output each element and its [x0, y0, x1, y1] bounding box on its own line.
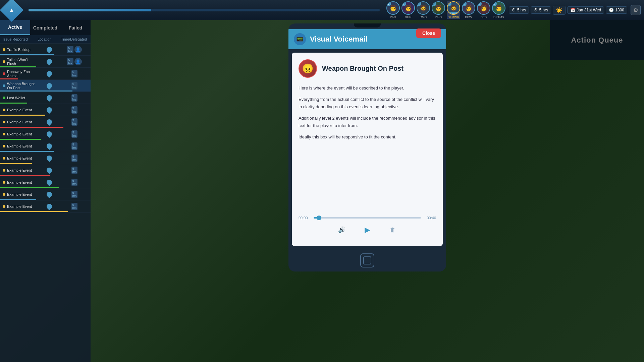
- issue-progress-bar: [0, 211, 68, 212]
- message-content: 😠 Weapon Brought On Post Here is where t…: [292, 53, 443, 246]
- issue-time: 5hrs 👤: [61, 58, 88, 65]
- issue-item[interactable]: Example Event 5hrs: [0, 140, 91, 152]
- logo[interactable]: ▲: [0, 0, 23, 22]
- issue-name: Example Event: [3, 192, 38, 196]
- issue-location: [38, 95, 61, 101]
- issue-dot: [3, 145, 5, 147]
- issue-item[interactable]: Example Event 5hrs: [0, 104, 91, 116]
- clock-icon-2: ⏱: [534, 8, 538, 12]
- issue-time: 5hrs: [61, 142, 88, 150]
- avatar-emoji-pao: 👨: [389, 4, 397, 12]
- tab-active[interactable]: Active: [0, 20, 30, 35]
- message-paragraph: Ideally this box will be responsive to f…: [299, 133, 436, 141]
- issue-progress-bar: [0, 90, 72, 92]
- avatar-small: 👤: [74, 58, 82, 65]
- issue-item[interactable]: Traffic Buildup 5hrs 👤: [0, 44, 91, 56]
- issue-dot: [3, 169, 5, 172]
- staff-avatar-dptms[interactable]: i 👨 DPTMS: [492, 1, 505, 19]
- time-end: 00:40: [424, 216, 436, 220]
- avatar-emoji-des: 👩: [480, 4, 487, 12]
- location-pin-icon: [46, 70, 53, 77]
- play-button[interactable]: ▶: [361, 224, 373, 236]
- issue-progress-bar: [0, 115, 45, 116]
- timeline-thumb: [317, 216, 321, 220]
- issue-location: [38, 204, 61, 209]
- trash-icon: 🗑: [390, 227, 396, 234]
- gear-icon: ⚙: [633, 7, 638, 13]
- issue-dot: [3, 72, 5, 75]
- staff-avatar-des[interactable]: i 👩 DES: [477, 1, 490, 19]
- avatar-label-dfmwr: DFMWR: [448, 15, 460, 19]
- avatar-emoji-dhr: 👩: [405, 4, 412, 12]
- timer-badge-2: ⏱ 5 hrs: [531, 6, 551, 14]
- issue-item[interactable]: Example Event 5hrs: [0, 152, 91, 164]
- clock-value: 1300: [615, 8, 624, 12]
- location-pin-icon: [46, 202, 53, 210]
- location-pin-icon: [46, 118, 53, 126]
- timer-badge-1: ⏱ 5 hrs: [509, 6, 529, 14]
- issue-item[interactable]: Example Event 5hrs: [0, 188, 91, 200]
- issue-name: Example Event: [3, 132, 38, 136]
- avatar-label-des: DES: [481, 15, 487, 19]
- issue-item[interactable]: Lost Wallet 5hrs: [0, 92, 91, 104]
- volume-button[interactable]: 🔊: [336, 224, 348, 236]
- issue-dot: [3, 193, 5, 196]
- phone-modal: Close 📟 Visual Voicemail 😠 Weapon Brough…: [288, 23, 446, 272]
- avatar-label-dhr: DHR: [405, 15, 412, 19]
- issue-item[interactable]: Runaway Zoo Animal 5hrs: [0, 68, 91, 80]
- staff-avatar-dpw[interactable]: i 👩 DPW: [462, 1, 475, 19]
- settings-button[interactable]: ⚙: [631, 5, 641, 15]
- staff-avatar-pao[interactable]: i 👨 PAO: [386, 1, 400, 19]
- audio-controls: 🔊 ▶ 🗑: [299, 224, 436, 236]
- issue-location: [38, 192, 61, 197]
- staff-avatar-dfmwr[interactable]: i 🧔 Personality DFMWR: [447, 1, 460, 19]
- issue-progress-bar: [0, 78, 18, 79]
- issue-time: 5hrs: [61, 130, 88, 138]
- issue-item[interactable]: Example Event 5hrs: [0, 164, 91, 176]
- avatar-emoji-paio: 👩: [435, 4, 442, 12]
- message-paragraph: Here is where the event will be describe…: [299, 84, 436, 92]
- col-location: Location: [38, 37, 61, 41]
- timeline-bar[interactable]: [314, 217, 421, 219]
- issue-name: Traffic Buildup: [3, 48, 38, 52]
- issue-time: 5hrs: [61, 191, 88, 198]
- issue-progress-bar: [0, 151, 54, 152]
- issue-name: Example Event: [3, 168, 38, 172]
- clock-badge: 🕐 1300: [606, 6, 627, 14]
- tab-failed[interactable]: Failed: [60, 20, 91, 35]
- staff-avatar-dhr[interactable]: i 👩 DHR: [401, 1, 415, 19]
- issue-location: [38, 71, 61, 76]
- home-button[interactable]: [360, 253, 374, 267]
- staff-avatars-container: i 👨 PAO i 👩 DHR i 🧔 RMO i 👩: [386, 1, 505, 19]
- sidebar-tabs: Active Completed Failed: [0, 20, 91, 35]
- close-button[interactable]: Close: [416, 28, 441, 38]
- modal-overlay: Close 📟 Visual Voicemail 😠 Weapon Brough…: [91, 20, 644, 362]
- issue-item[interactable]: Example Event 5hrs: [0, 176, 91, 188]
- issue-name: Toilets Won't Flush: [3, 58, 38, 66]
- avatar-emoji-dpw: 👩: [465, 4, 472, 12]
- location-pin-icon: [46, 106, 53, 114]
- date-badge: 📅 Jan 31st Wed: [567, 6, 604, 14]
- issue-item[interactable]: Toilets Won't Flush 5hrs 👤: [0, 56, 91, 68]
- home-button-icon: [363, 256, 371, 264]
- issue-name: Example Event: [3, 180, 38, 184]
- issue-item[interactable]: Weapon Brought On Post 5hrs: [0, 80, 91, 92]
- location-pin-icon: [46, 142, 53, 150]
- staff-avatar-rmo[interactable]: i 🧔 RMO: [417, 1, 430, 19]
- staff-avatar-paio[interactable]: i 👩 PAIO: [432, 1, 445, 19]
- issue-item[interactable]: Example Event 5hrs: [0, 116, 91, 128]
- play-icon: ▶: [365, 226, 370, 234]
- issue-time: 5hrs: [61, 94, 88, 102]
- issue-time: 5hrs: [61, 82, 88, 89]
- tab-completed[interactable]: Completed: [30, 20, 60, 35]
- audio-timeline: 00:00 00:40: [299, 216, 436, 220]
- message-avatar-emoji: 😠: [302, 63, 314, 74]
- issue-item[interactable]: Example Event 5hrs: [0, 128, 91, 140]
- issue-time: 5hrs: [61, 155, 88, 162]
- info-icon: i: [417, 1, 421, 6]
- delete-button[interactable]: 🗑: [387, 224, 399, 236]
- issue-location: [38, 107, 61, 113]
- issue-item[interactable]: Example Event 5hrs: [0, 200, 91, 213]
- sidebar-header: Issue Reported Location Time/Delegated: [0, 35, 91, 44]
- issue-location: [38, 168, 61, 173]
